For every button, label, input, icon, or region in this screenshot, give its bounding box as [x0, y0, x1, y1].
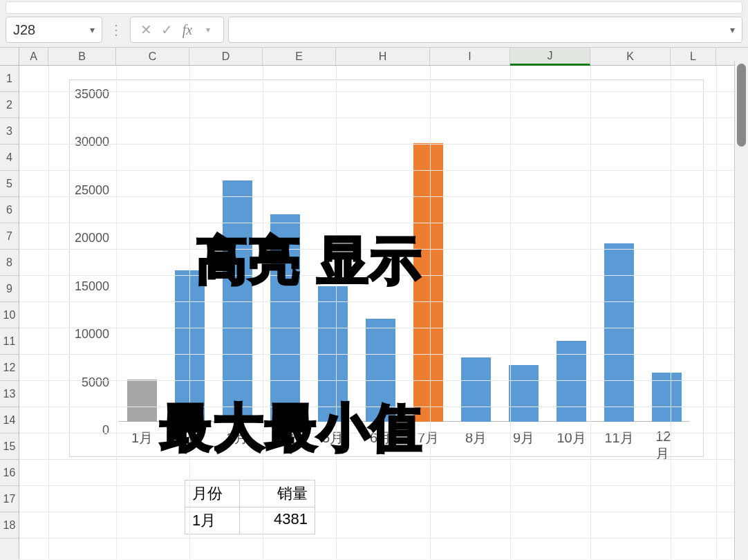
formula-input[interactable]: ▾: [228, 17, 742, 43]
row-header-12[interactable]: 12: [0, 355, 19, 381]
fx-icon[interactable]: fx: [178, 19, 197, 40]
bar[interactable]: [557, 341, 586, 422]
column-header-I[interactable]: I: [430, 48, 510, 65]
y-tick-label: 35000: [75, 87, 109, 102]
x-tick-label: 1月: [131, 429, 153, 447]
row-header-2[interactable]: 2: [0, 92, 19, 118]
y-tick-label: 30000: [75, 135, 109, 149]
bar[interactable]: [604, 243, 634, 422]
column-headers: ABCDEHIJKL: [0, 48, 748, 66]
chart-object[interactable]: 05000100001500020000250003000035000 1月2月…: [69, 80, 704, 457]
table-cell[interactable]: 4381: [239, 507, 315, 534]
plot-area: [118, 87, 689, 422]
row-header-3[interactable]: 3: [0, 118, 19, 144]
enter-icon[interactable]: ✓: [157, 19, 176, 40]
bar[interactable]: [509, 365, 539, 422]
vertical-scrollbar[interactable]: [734, 61, 748, 560]
x-tick-label: 5月: [322, 429, 344, 447]
y-tick-label: 0: [102, 423, 109, 438]
row-header-9[interactable]: 9: [0, 276, 19, 302]
select-all-corner[interactable]: [0, 48, 19, 65]
row-header-13[interactable]: 13: [0, 381, 19, 407]
y-tick-label: 20000: [75, 231, 109, 245]
x-axis-labels: 1月2月3月4月5月6月7月8月9月10月11月12月: [118, 429, 689, 448]
x-tick-label: 4月: [274, 429, 296, 447]
bar[interactable]: [461, 357, 491, 422]
row-header-4[interactable]: 4: [0, 144, 19, 171]
y-tick-label: 25000: [75, 183, 109, 197]
column-header-A[interactable]: A: [19, 48, 48, 65]
y-axis-labels: 05000100001500020000250003000035000: [70, 87, 115, 422]
table-cell[interactable]: 1月: [185, 507, 240, 534]
x-tick-label: 11月: [604, 429, 633, 447]
x-tick-label: 9月: [513, 429, 534, 447]
chevron-down-icon[interactable]: ▾: [198, 19, 218, 40]
grid-body: 123456789101112131415161718 050001000015…: [0, 66, 748, 559]
row-header-6[interactable]: 6: [0, 197, 19, 223]
row-header-15[interactable]: 15: [0, 433, 19, 460]
column-header-C[interactable]: C: [116, 48, 189, 65]
separator-icon: ⋮: [106, 21, 126, 38]
row-header-17[interactable]: 17: [0, 486, 19, 512]
row-header-5[interactable]: 5: [0, 171, 19, 197]
bars-container: [118, 87, 689, 422]
row-header-10[interactable]: 10: [0, 302, 19, 328]
column-header-L[interactable]: L: [671, 48, 716, 65]
x-tick-label: 10月: [557, 429, 586, 447]
table-header-row: 月份 销量: [185, 480, 315, 507]
row-header-18[interactable]: 18: [0, 512, 19, 539]
name-box-value: J28: [13, 22, 35, 38]
spreadsheet-grid: ABCDEHIJKL 123456789101112131415161718 0…: [0, 47, 748, 559]
row-header-1[interactable]: 1: [0, 66, 19, 92]
cancel-icon[interactable]: ✕: [136, 19, 156, 40]
cells-area[interactable]: 05000100001500020000250003000035000 1月2月…: [19, 66, 748, 559]
column-header-B[interactable]: B: [48, 48, 116, 65]
y-tick-label: 15000: [75, 279, 109, 293]
formula-buttons: ✕ ✓ fx ▾: [130, 17, 224, 43]
y-tick-label: 10000: [75, 327, 109, 342]
chevron-down-icon[interactable]: ▾: [730, 24, 735, 35]
row-header-8[interactable]: 8: [0, 250, 19, 276]
column-header-E[interactable]: E: [263, 48, 336, 65]
table-header[interactable]: 月份: [185, 480, 240, 507]
data-table: 月份 销量 1月 4381: [185, 480, 315, 534]
table-header[interactable]: 销量: [239, 480, 315, 507]
formula-bar-row: J28 ▾ ⋮ ✕ ✓ fx ▾ ▾: [0, 17, 748, 47]
bar[interactable]: [270, 214, 300, 422]
row-header-16[interactable]: 16: [0, 460, 19, 486]
row-header-7[interactable]: 7: [0, 223, 19, 250]
column-header-K[interactable]: K: [590, 48, 671, 65]
name-box[interactable]: J28 ▾: [6, 17, 102, 43]
chevron-down-icon[interactable]: ▾: [90, 24, 95, 35]
row-header-14[interactable]: 14: [0, 407, 19, 433]
x-tick-label: 7月: [418, 429, 439, 447]
column-header-D[interactable]: D: [189, 48, 263, 65]
row-header-11[interactable]: 11: [0, 328, 19, 355]
x-tick-label: 12月: [655, 429, 678, 463]
x-tick-label: 6月: [370, 429, 391, 447]
bar[interactable]: [127, 380, 157, 422]
y-tick-label: 5000: [82, 375, 109, 389]
column-header-H[interactable]: H: [336, 48, 430, 65]
row-headers: 123456789101112131415161718: [0, 66, 19, 559]
ribbon-area: [6, 1, 742, 14]
x-tick-label: 3月: [227, 429, 248, 447]
scrollbar-thumb[interactable]: [737, 64, 746, 147]
x-tick-label: 8月: [465, 429, 487, 447]
column-header-J[interactable]: J: [510, 48, 590, 66]
